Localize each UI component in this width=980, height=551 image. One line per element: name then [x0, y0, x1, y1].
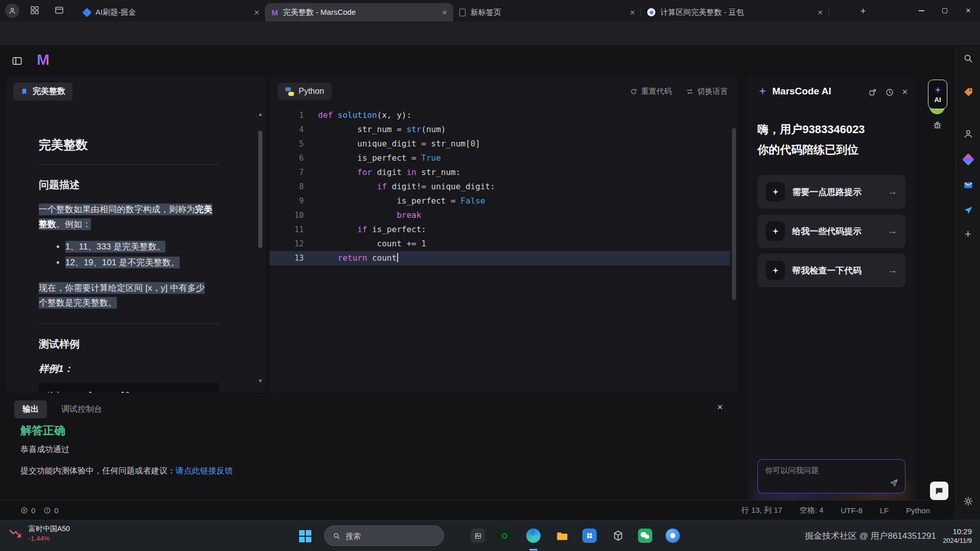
ai-chat-input[interactable] [758, 460, 905, 493]
eol-type[interactable]: LF [880, 506, 889, 515]
scroll-up-icon[interactable]: ▲ [256, 111, 264, 117]
arrow-right-icon: → [888, 186, 897, 197]
switch-language-button[interactable]: 切换语言 [686, 87, 728, 96]
taskbar-app-dev[interactable] [496, 528, 512, 544]
line-number: 6 [270, 151, 304, 165]
sidebar-add-button[interactable]: + [965, 228, 971, 241]
code-text: is_perfect = True [304, 151, 441, 165]
sparkle-icon [766, 182, 785, 202]
widgets-button[interactable]: 富时中国A50 -1.44% [8, 524, 70, 542]
language-mode[interactable]: Python [906, 506, 930, 515]
debug-rail-button[interactable] [932, 119, 943, 130]
tab-close-icon[interactable]: × [818, 8, 823, 17]
taskbar-app-messenger[interactable] [665, 528, 681, 544]
scrollbar-thumb[interactable] [258, 131, 262, 248]
history-icon[interactable] [885, 88, 894, 97]
taskbar-search-box[interactable] [324, 525, 444, 546]
code-line[interactable]: 13 return count [270, 251, 730, 265]
problem-chip[interactable]: 完美整数 [13, 83, 72, 101]
minimize-button[interactable] [910, 0, 933, 21]
maximize-button[interactable] [933, 0, 957, 21]
code-line[interactable]: 4 str_num = str(num) [270, 122, 730, 137]
code-line[interactable]: 12 count += 1 [270, 237, 730, 251]
error-icon [20, 507, 28, 514]
tab-title: 完美整数 - MarsCode [283, 8, 356, 17]
browser-profile-avatar[interactable] [5, 4, 19, 18]
open-panel-icon[interactable] [868, 88, 877, 97]
sidebar-drop-button[interactable] [963, 205, 973, 215]
indentation[interactable]: 空格: 4 [800, 506, 824, 515]
problem-scrollbar[interactable]: ▲ ▼ [256, 89, 264, 387]
code-line[interactable]: 11 if is_perfect: [270, 222, 730, 237]
start-button[interactable] [297, 528, 313, 544]
sidebar-shopping-button[interactable] [963, 87, 973, 97]
ai-card-review[interactable]: 帮我检查一下代码 → [757, 254, 905, 287]
ai-sidebar-toggle[interactable]: AI [928, 80, 947, 109]
tab-close-icon[interactable]: × [442, 8, 447, 17]
minimize-icon [919, 10, 924, 11]
ai-card-code-hint[interactable]: 给我一些代码提示 → [757, 214, 905, 248]
code-line[interactable]: 5 unique_digit = str_num[0] [270, 137, 730, 151]
send-icon[interactable] [889, 478, 899, 488]
doubao-favicon [647, 8, 655, 16]
m365-cube-icon[interactable] [962, 153, 974, 165]
sparkle-icon [766, 261, 785, 280]
tab-juejin[interactable]: AI刷题-掘金 × [78, 3, 265, 21]
close-ai-panel-icon[interactable]: × [902, 87, 908, 97]
watermark-text: 掘金技术社区 @ 用户8614351291 [805, 520, 936, 551]
divider [39, 164, 219, 165]
encoding[interactable]: UTF-8 [841, 506, 863, 515]
sidebar-profile-button[interactable] [963, 129, 973, 139]
taskbar-app-store[interactable] [581, 528, 598, 544]
tab-close-icon[interactable]: × [254, 8, 259, 17]
debug-console-tab[interactable]: 调试控制台 [61, 404, 102, 415]
code-line[interactable]: 10 break [270, 208, 730, 222]
ai-card-hint[interactable]: 需要一点思路提示 → [757, 175, 905, 209]
close-output-icon[interactable]: × [717, 402, 723, 413]
tab-newtab[interactable]: 新标签页 × [453, 3, 641, 21]
scroll-down-icon[interactable]: ▼ [256, 378, 264, 384]
taskbar-clock[interactable]: 10:29 2024/11/9 [943, 527, 972, 544]
marscode-logo[interactable]: M [37, 51, 50, 68]
windows-logo-icon [299, 530, 311, 542]
taskbar-app-edge[interactable] [525, 528, 542, 544]
workspaces-button[interactable] [30, 5, 40, 15]
close-window-button[interactable]: × [957, 0, 980, 21]
code-line[interactable]: 1def solution(x, y): [270, 108, 730, 122]
taskbar-search-input[interactable] [346, 532, 435, 540]
shopping-tag-icon [963, 87, 973, 97]
sample-input: 输入：x = 1 ,y = 10 [47, 389, 211, 393]
tab-doubao[interactable]: 计算区间完美整数 - 豆包 × [641, 3, 829, 21]
windows-taskbar: 富时中国A50 -1.44% [0, 520, 980, 551]
code-line[interactable]: 6 is_perfect = True [270, 151, 730, 165]
sidebar-toggle-button[interactable] [11, 55, 23, 67]
code-line[interactable]: 9 is_perfect = False [270, 194, 730, 208]
floating-chat-button[interactable] [930, 482, 948, 500]
tab-close-icon[interactable]: × [630, 8, 635, 17]
new-tab-button[interactable]: + [856, 5, 870, 18]
editor-scrollbar-thumb[interactable] [732, 128, 736, 300]
sidebar-outlook-button[interactable] [963, 180, 973, 190]
tab-actions-button[interactable] [54, 5, 64, 15]
problems-summary[interactable]: 0 0 [20, 500, 59, 520]
taskbar-app-photos[interactable] [470, 528, 486, 544]
arrow-right-icon: → [888, 265, 897, 276]
sidebar-search-button[interactable] [963, 53, 973, 64]
taskbar-app-wechat[interactable] [637, 528, 653, 544]
feedback-link[interactable]: 请点此链接反馈 [176, 466, 233, 475]
output-tab[interactable]: 输出 [14, 400, 47, 418]
code-line[interactable]: 8 if digit!= unique_digit: [270, 180, 730, 194]
taskbar-app-file-explorer[interactable] [554, 528, 570, 544]
workspaces-icon [30, 5, 40, 15]
sidebar-settings-button[interactable] [963, 496, 973, 507]
tab-marscode[interactable]: M 完美整数 - MarsCode × [265, 3, 453, 21]
code-line[interactable]: 7 for digit in str_num: [270, 165, 730, 180]
language-chip[interactable]: Python [278, 83, 332, 100]
taskbar-app-cube[interactable] [610, 528, 626, 544]
reset-code-button[interactable]: 重置代码 [630, 87, 672, 96]
line-number: 1 [270, 108, 304, 122]
cursor-position[interactable]: 行 13, 列 17 [742, 506, 782, 515]
samples-heading: 测试样例 [39, 337, 220, 351]
sample-label: 样例1： [39, 362, 220, 375]
person-icon [8, 7, 16, 15]
